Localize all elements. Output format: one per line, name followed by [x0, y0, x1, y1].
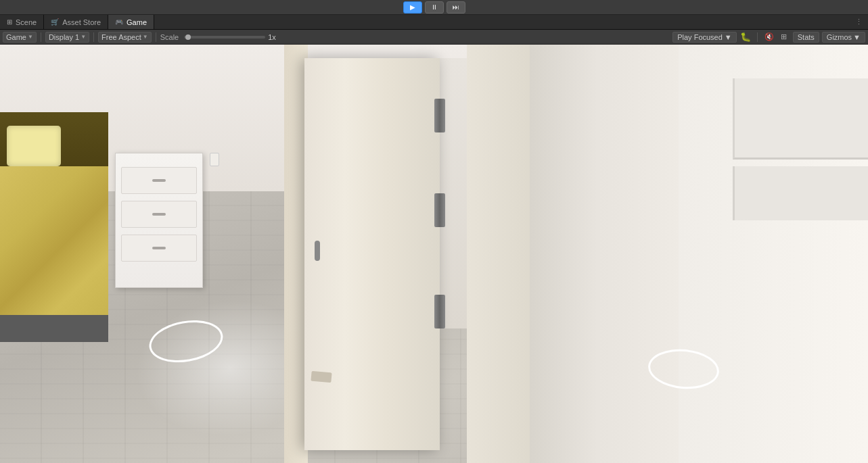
separator-3 — [156, 32, 156, 42]
top-toolbar: ▶ ⏸ ⏭ — [0, 0, 868, 15]
stats-button[interactable]: Stats — [793, 32, 819, 43]
door-frame — [250, 45, 541, 463]
play-icon: ▶ — [410, 3, 415, 11]
play-focused-arrow: ▼ — [725, 33, 732, 41]
wall-outlet — [210, 153, 219, 166]
grid-icon[interactable]: ⊞ — [778, 31, 790, 43]
play-focused-label: Play Focused — [677, 33, 723, 41]
options-bar: Game ▼ Display 1 ▼ Free Aspect ▼ Scale 1… — [0, 30, 868, 45]
dresser-drawer-1 — [121, 167, 197, 194]
display-mode-label: Game — [6, 33, 26, 41]
display-number-select[interactable]: Display 1 ▼ — [45, 32, 89, 43]
door-panel — [304, 58, 440, 450]
dresser-handle-2 — [152, 213, 166, 216]
scale-container: Scale 1x — [160, 33, 282, 41]
dresser-handle-1 — [152, 179, 166, 182]
tab-bar: ⊞ Scene 🛒 Asset Store 🎮 Game ⋮ — [0, 15, 868, 30]
tab-assetstore[interactable]: 🛒 Asset Store — [44, 15, 108, 29]
step-button[interactable]: ⏭ — [447, 1, 465, 14]
display-mode-arrow: ▼ — [28, 34, 33, 40]
bed — [0, 112, 108, 342]
gizmos-select[interactable]: Gizmos ▼ — [822, 32, 865, 43]
mute-icon[interactable]: 🔇 — [763, 31, 775, 43]
dresser-drawer-2 — [121, 201, 197, 228]
right-section — [530, 45, 868, 463]
gizmos-label: Gizmos — [827, 33, 852, 41]
tab-game[interactable]: 🎮 Game — [108, 15, 154, 29]
tab-menu-button[interactable]: ⋮ — [850, 15, 868, 29]
tab-assetstore-label: Asset Store — [62, 18, 101, 26]
game-viewport[interactable] — [0, 45, 868, 463]
dresser-drawer-3 — [121, 235, 197, 262]
game-icon: 🎮 — [115, 18, 123, 26]
gizmos-arrow: ▼ — [853, 33, 861, 41]
play-button[interactable]: ▶ — [403, 1, 422, 14]
wall-molding-2 — [733, 166, 868, 220]
display-number-label: Display 1 — [49, 33, 79, 41]
scale-slider-thumb — [185, 34, 191, 40]
step-icon: ⏭ — [453, 3, 459, 11]
dresser-handle-3 — [152, 247, 166, 249]
tab-game-label: Game — [127, 18, 147, 26]
aspect-ratio-select[interactable]: Free Aspect ▼ — [98, 32, 152, 43]
tab-scene[interactable]: ⊞ Scene — [0, 15, 44, 29]
play-focused-select[interactable]: Play Focused ▼ — [672, 32, 737, 43]
door-hinge-mid — [434, 193, 445, 227]
door-object — [311, 371, 332, 383]
stats-label: Stats — [798, 33, 815, 41]
display-number-arrow: ▼ — [81, 34, 86, 40]
room-scene — [0, 45, 868, 463]
scale-value: 1x — [268, 33, 281, 41]
tab-scene-label: Scene — [16, 18, 37, 26]
door-hinge-top — [434, 99, 445, 132]
right-wall-panel — [679, 45, 868, 463]
wall-molding-1 — [733, 78, 868, 160]
tab-spacer — [154, 15, 850, 29]
scale-label: Scale — [160, 33, 179, 41]
bed-pillow — [7, 126, 61, 166]
door-hinge-bottom — [434, 295, 445, 328]
door-handle — [315, 241, 320, 261]
bed-base — [0, 315, 108, 342]
separator-1 — [41, 32, 41, 42]
bug-icon[interactable]: 🐛 — [739, 31, 752, 43]
aspect-ratio-arrow: ▼ — [143, 34, 148, 40]
options-right: Play Focused ▼ 🐛 🔇 ⊞ Stats Gizmos ▼ — [672, 31, 865, 43]
store-icon: 🛒 — [51, 18, 59, 26]
scene-icon: ⊞ — [7, 18, 12, 26]
scale-slider[interactable] — [184, 36, 265, 39]
pause-button[interactable]: ⏸ — [425, 1, 444, 14]
dresser — [115, 153, 203, 288]
display-mode-select[interactable]: Game ▼ — [3, 32, 37, 43]
aspect-ratio-label: Free Aspect — [101, 33, 141, 41]
pause-icon: ⏸ — [431, 3, 438, 11]
separator-2 — [93, 32, 94, 42]
separator-4 — [757, 32, 758, 42]
